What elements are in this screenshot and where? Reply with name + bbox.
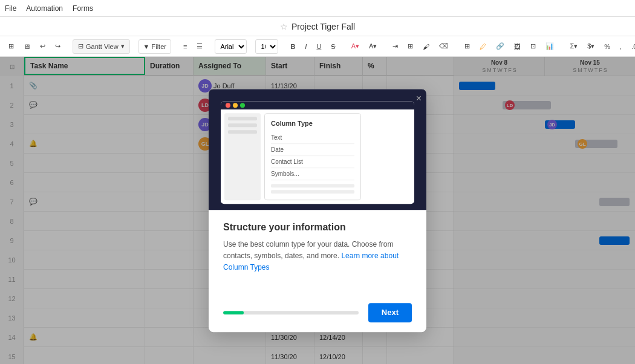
decimal-btn[interactable]: .0	[628, 39, 635, 54]
column-type-panel: Column Type Text Date Contact List Symbo…	[264, 113, 361, 200]
star-icon[interactable]: ☆	[280, 22, 288, 31]
progress-bar-fill	[223, 311, 244, 314]
onboarding-modal: × Column Type Text	[209, 89, 426, 332]
main-content: ⊡ Task Name Duration Assigned To Start F…	[0, 57, 635, 364]
font-select[interactable]: Arial	[215, 39, 247, 54]
preview-main: Column Type Text Date Contact List Symbo…	[264, 113, 411, 200]
modal-preview-area: × Column Type Text	[209, 89, 426, 210]
link-button[interactable]: 🔗	[492, 39, 508, 54]
toolbar-undo[interactable]: ↩	[36, 39, 49, 54]
text-color-button[interactable]: A▾	[365, 39, 380, 54]
toolbar-redo[interactable]: ↪	[51, 39, 64, 54]
modal-inner-preview: Column Type Text Date Contact List Symbo…	[221, 101, 414, 204]
wrap-button[interactable]: ⇥	[389, 39, 402, 54]
col-type-date[interactable]: Date	[271, 144, 354, 156]
menu-bar: File Automation Forms	[0, 0, 635, 17]
sidebar-line-1	[228, 117, 257, 120]
modal-footer: Next	[209, 296, 426, 332]
percent-btn[interactable]: %	[601, 39, 614, 54]
title-text: Project Tiger Fall	[291, 22, 355, 31]
filter-button[interactable]: ▼ Filter	[138, 39, 171, 54]
embed-button[interactable]: ⊡	[527, 39, 539, 54]
col-type-symbols[interactable]: Symbols...	[271, 168, 354, 180]
filter-label: Filter	[152, 43, 166, 50]
underline-button[interactable]: U	[313, 39, 325, 54]
align-center-icon[interactable]: ☰	[193, 39, 206, 54]
font-size-select[interactable]: 10	[255, 39, 278, 54]
highlight-button[interactable]: A▾	[348, 39, 363, 54]
col-type-contact[interactable]: Contact List	[271, 156, 354, 168]
toolbar-icon-grid[interactable]: ⊞	[5, 39, 18, 54]
filter-icon: ▼	[143, 43, 150, 50]
gantt-dropdown-icon: ▾	[121, 42, 125, 50]
title-bar: ☆ Project Tiger Fall	[0, 17, 635, 36]
next-button[interactable]: Next	[368, 303, 412, 322]
currency-btn[interactable]: $▾	[584, 39, 598, 54]
paint-format[interactable]: 🖌	[419, 39, 433, 54]
preview-extra-lines	[271, 184, 354, 187]
gantt-view-label: Gantt View	[86, 43, 119, 50]
menu-automation[interactable]: Automation	[26, 4, 63, 13]
modal-close-button[interactable]: ×	[416, 94, 422, 103]
window-dot-red	[226, 103, 230, 108]
modal-heading: Structure your information	[223, 222, 412, 233]
col-type-panel-title: Column Type	[271, 120, 354, 127]
align-left-icon[interactable]: ≡	[180, 39, 190, 54]
window-dot-yellow	[233, 103, 238, 108]
window-dot-green	[240, 103, 245, 108]
preview-sidebar	[224, 113, 261, 200]
modal-description: Use the best column type for your data. …	[223, 239, 412, 274]
table-icon[interactable]: ⊞	[461, 39, 474, 54]
strikethrough-button[interactable]: S	[327, 39, 339, 54]
gantt-icon: ⊟	[78, 42, 83, 50]
project-title: ☆ Project Tiger Fall	[280, 22, 355, 31]
gantt-view-button[interactable]: ⊟ Gantt View ▾	[73, 39, 130, 54]
sidebar-line-2	[228, 123, 257, 127]
chart-button[interactable]: 📊	[542, 39, 558, 54]
merge-button[interactable]: ⊞	[404, 39, 417, 54]
formula-btn[interactable]: Σ▾	[566, 39, 581, 54]
comma-btn[interactable]: ,	[616, 39, 625, 54]
erase-button[interactable]: ⌫	[435, 39, 452, 54]
menu-forms[interactable]: Forms	[73, 4, 93, 13]
modal-body: Structure your information Use the best …	[209, 210, 426, 296]
preview-body: Column Type Text Date Contact List Symbo…	[221, 109, 414, 204]
menu-file[interactable]: File	[5, 4, 16, 13]
preview-extra-lines-2	[271, 190, 354, 193]
toolbar: ⊞ 🖥 ↩ ↪ ⊟ Gantt View ▾ ▼ Filter ≡ ☰ Aria…	[0, 36, 635, 57]
toolbar-icon-monitor[interactable]: 🖥	[20, 39, 34, 54]
italic-button[interactable]: I	[301, 39, 310, 54]
progress-bar	[223, 311, 359, 314]
sidebar-line-3	[228, 130, 257, 134]
preview-window-header	[221, 101, 414, 109]
bold-button[interactable]: B	[287, 39, 299, 54]
col-type-text[interactable]: Text	[271, 132, 354, 144]
image-button[interactable]: 🖼	[510, 39, 524, 54]
highlight-cell[interactable]: 🖊	[476, 39, 490, 54]
